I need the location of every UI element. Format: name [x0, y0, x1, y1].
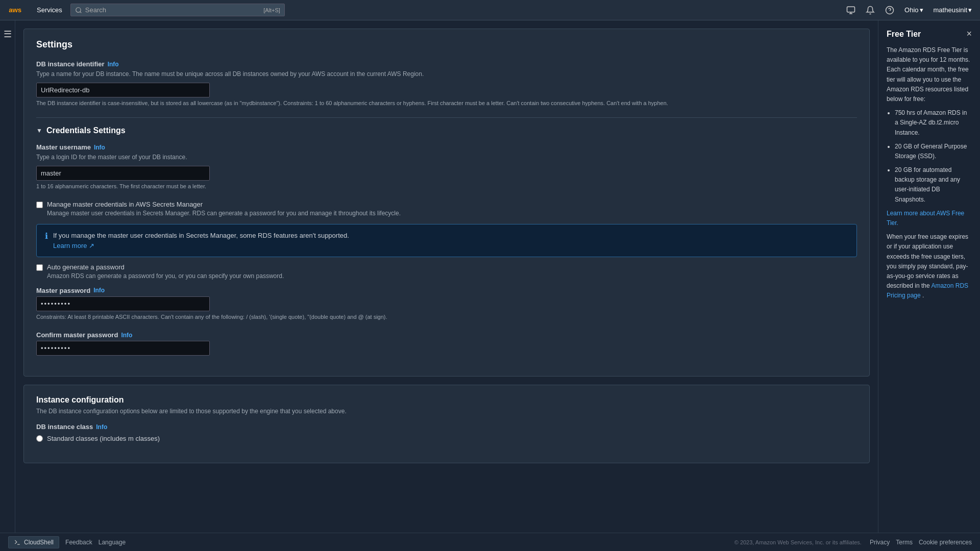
nav-right: Ohio ▾ matheusinit ▾: [842, 4, 976, 17]
terminal-icon: [14, 539, 21, 546]
free-tier-panel: Free Tier × The Amazon RDS Free Tier is …: [878, 20, 980, 533]
cloudshell-button[interactable]: CloudShell: [8, 536, 59, 548]
top-navigation: aws Services [Alt+S] Ohio ▾: [0, 0, 980, 20]
free-tier-header: Free Tier ×: [887, 29, 972, 39]
search-input[interactable]: [85, 6, 260, 14]
terms-link[interactable]: Terms: [896, 539, 913, 546]
free-tier-body: The Amazon RDS Free Tier is available to…: [887, 45, 972, 301]
confirm-password-label: Confirm master password Info: [36, 331, 857, 339]
divider-1: [36, 117, 857, 118]
learn-more-link[interactable]: Learn more ↗: [53, 242, 94, 249]
copyright-text: © 2023, Amazon Web Services, Inc. or its…: [734, 539, 862, 545]
info-box: ℹ If you manage the master user credenti…: [36, 224, 857, 257]
master-username-section: Master username Info Type a login ID for…: [36, 143, 857, 190]
language-link[interactable]: Language: [99, 539, 126, 546]
confirm-password-section: Confirm master password Info: [36, 331, 857, 356]
search-icon: [75, 7, 82, 14]
learn-more-free-tier-link[interactable]: Learn more about AWS Free Tier.: [887, 210, 964, 227]
auto-generate-description: Amazon RDS can generate a password for y…: [47, 272, 284, 281]
confirm-password-info-badge[interactable]: Info: [121, 332, 132, 339]
services-nav[interactable]: Services: [33, 0, 66, 20]
master-password-constraint: Constraints: At least 8 printable ASCII …: [36, 313, 857, 321]
credentials-title: Credentials Settings: [46, 126, 126, 135]
standard-classes-label[interactable]: Standard classes (includes m classes): [47, 435, 160, 442]
info-circle-icon: ℹ: [45, 231, 48, 241]
settings-card: Settings DB instance identifier Info Typ…: [23, 29, 870, 377]
db-identifier-input[interactable]: [36, 83, 210, 97]
free-tier-item-1: 750 hrs of Amazon RDS in a Single-AZ db.…: [895, 108, 972, 138]
collapse-arrow: ▼: [36, 127, 42, 134]
standard-classes-row: Standard classes (includes m classes): [36, 435, 857, 442]
manage-secrets-description: Manage master user credentials in Secret…: [47, 209, 401, 218]
free-tier-list: 750 hrs of Amazon RDS in a Single-AZ db.…: [895, 108, 972, 205]
master-username-label: Master username Info: [36, 143, 857, 151]
db-identifier-description: Type a name for your DB instance. The na…: [36, 70, 857, 79]
instance-config-title: Instance configuration: [36, 395, 857, 405]
sidebar-menu-icon[interactable]: ☰: [2, 24, 14, 44]
manage-secrets-checkbox[interactable]: [36, 202, 43, 208]
bell-icon[interactable]: [862, 4, 879, 17]
user-menu[interactable]: matheusinit ▾: [929, 6, 976, 14]
master-password-info-badge[interactable]: Info: [93, 287, 105, 294]
db-class-info-badge[interactable]: Info: [96, 423, 107, 431]
svg-point-1: [76, 7, 81, 12]
master-password-section: Master password Info Constraints: At lea…: [36, 287, 857, 321]
bottom-bar: CloudShell Feedback Language © 2023, Ama…: [0, 533, 980, 551]
db-instance-identifier-label: DB instance identifier Info: [36, 60, 857, 68]
search-shortcut: [Alt+S]: [263, 7, 280, 13]
free-tier-item-3: 20 GB for automated backup storage and a…: [895, 165, 972, 205]
db-identifier-info-badge[interactable]: Info: [108, 61, 119, 68]
settings-title: Settings: [36, 39, 857, 50]
instance-config-card: Instance configuration The DB instance c…: [23, 385, 870, 463]
master-username-info-badge[interactable]: Info: [94, 144, 105, 151]
manage-secrets-label[interactable]: Manage master credentials in AWS Secrets…: [47, 201, 203, 208]
free-tier-intro: The Amazon RDS Free Tier is available to…: [887, 45, 972, 104]
privacy-link[interactable]: Privacy: [870, 539, 890, 546]
svg-text:aws: aws: [9, 6, 21, 14]
cloud-icon[interactable]: [842, 4, 860, 17]
db-instance-class-label: DB instance class Info: [36, 423, 857, 431]
confirm-password-input[interactable]: [36, 341, 210, 356]
feedback-link[interactable]: Feedback: [65, 539, 92, 546]
credentials-section: ▼ Credentials Settings Master username I…: [36, 126, 857, 356]
db-identifier-constraint: The DB instance identifier is case-insen…: [36, 99, 857, 107]
bottom-right-links: Privacy Terms Cookie preferences: [870, 539, 972, 546]
sidebar: ☰: [0, 20, 15, 533]
auto-generate-label[interactable]: Auto generate a password: [47, 263, 125, 271]
master-password-input[interactable]: [36, 296, 210, 311]
free-tier-expiry-text: When your free usage expires or if your …: [887, 232, 972, 300]
master-username-constraint: 1 to 16 alphanumeric characters. The fir…: [36, 183, 857, 190]
free-tier-item-2: 20 GB of General Purpose Storage (SSD).: [895, 142, 972, 161]
info-box-content: If you manage the master user credential…: [53, 231, 349, 251]
db-instance-class-section: DB instance class Info Standard classes …: [36, 423, 857, 442]
main-content: Settings DB instance identifier Info Typ…: [15, 20, 878, 533]
cookie-preferences-link[interactable]: Cookie preferences: [919, 539, 972, 546]
auto-generate-row: Auto generate a password Amazon RDS can …: [36, 263, 857, 281]
manage-secrets-row: Manage master credentials in AWS Secrets…: [36, 201, 857, 218]
help-icon[interactable]: [881, 4, 898, 17]
standard-classes-radio[interactable]: [36, 435, 43, 442]
instance-config-description: The DB instance configuration options be…: [36, 408, 857, 415]
svg-rect-3: [847, 7, 855, 12]
region-selector[interactable]: Ohio ▾: [900, 6, 927, 14]
svg-line-2: [80, 11, 82, 13]
bottom-links: Feedback Language: [65, 539, 126, 546]
close-panel-button[interactable]: ×: [966, 29, 972, 39]
credentials-header[interactable]: ▼ Credentials Settings: [36, 126, 857, 135]
master-password-label: Master password Info: [36, 287, 857, 294]
free-tier-title: Free Tier: [887, 30, 921, 39]
master-username-input[interactable]: [36, 166, 210, 181]
db-instance-identifier-section: DB instance identifier Info Type a name …: [36, 60, 857, 107]
master-username-description: Type a login ID for the master user of y…: [36, 153, 857, 162]
search-bar[interactable]: [Alt+S]: [70, 4, 285, 16]
auto-generate-checkbox[interactable]: [36, 264, 43, 271]
aws-logo[interactable]: aws: [4, 4, 31, 16]
